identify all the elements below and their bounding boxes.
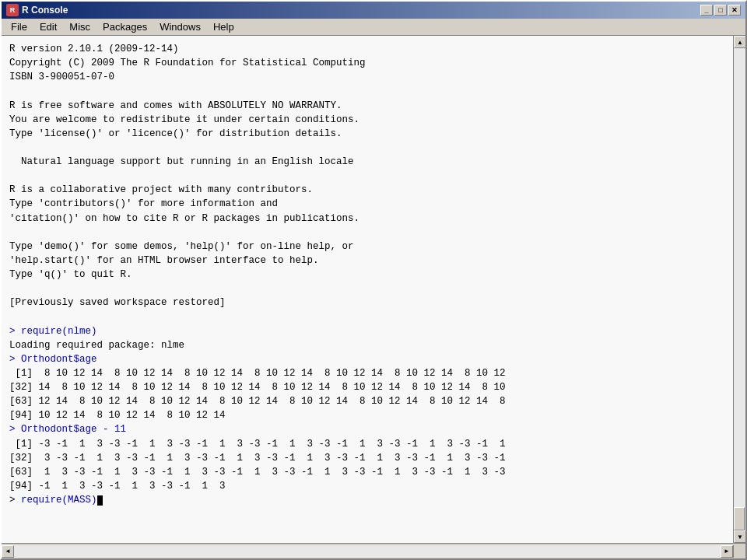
vertical-scrollbar: ▲ ▼ <box>733 36 745 543</box>
data-sub4: [94] -1 1 3 -3 -1 1 3 -3 -1 1 3 <box>9 481 226 492</box>
console-line11: R is a collaborative project with many c… <box>9 184 313 195</box>
menu-bar: File Edit Misc Packages Windows Help <box>2 19 745 36</box>
scroll-thumb-v[interactable] <box>734 507 745 530</box>
window-title: R Console <box>22 5 68 16</box>
data-age3: [63] 12 14 8 10 12 14 8 10 12 14 8 10 12… <box>9 396 506 407</box>
console-line7: Type 'license()' or 'licence()' for dist… <box>9 128 342 139</box>
maximize-button[interactable]: □ <box>714 5 727 16</box>
console-line9: Natural language support but running in … <box>9 156 354 167</box>
scroll-track-v[interactable] <box>734 48 745 530</box>
console-line5: R is free software and comes with ABSOLU… <box>9 100 342 111</box>
resize-corner <box>733 545 745 558</box>
console-line6: You are welcome to redistribute it under… <box>9 114 359 125</box>
prompt1: > require(nlme) <box>9 326 97 337</box>
console-line13: 'citation()' on how to cite R or R packa… <box>9 213 359 224</box>
status-bar: ◄ ► <box>2 543 745 558</box>
close-button[interactable]: ✕ <box>728 5 741 16</box>
scroll-down-button[interactable]: ▼ <box>734 530 745 543</box>
prompt4-prefix: > <box>9 495 21 506</box>
console-line15: Type 'demo()' for some demos, 'help()' f… <box>9 241 354 252</box>
scroll-left-button[interactable]: ◄ <box>2 545 14 558</box>
data-sub3: [63] 1 3 -3 -1 1 3 -3 -1 1 3 -3 -1 1 3 -… <box>9 467 506 478</box>
data-sub2: [32] 3 -3 -1 1 3 -3 -1 1 3 -3 -1 1 3 -3 … <box>9 453 506 464</box>
title-bar: R R Console _ □ ✕ <box>2 2 745 19</box>
horizontal-scrollbar: ◄ ► <box>2 545 733 558</box>
console-line17: Type 'q()' to quit R. <box>9 269 132 280</box>
console-line12: Type 'contributors()' for more informati… <box>9 198 278 209</box>
scroll-track-h[interactable] <box>14 545 721 558</box>
menu-packages[interactable]: Packages <box>96 19 153 34</box>
main-window: R R Console _ □ ✕ File Edit Misc Package… <box>0 0 747 560</box>
app-icon: R <box>6 4 19 16</box>
prompt4-cmd: require(MASS) <box>21 495 97 506</box>
menu-windows[interactable]: Windows <box>153 19 207 34</box>
menu-misc[interactable]: Misc <box>63 19 96 34</box>
data-age1: [1] 8 10 12 14 8 10 12 14 8 10 12 14 8 1… <box>9 368 506 379</box>
title-buttons: _ □ ✕ <box>700 5 741 16</box>
console-area[interactable]: R version 2.10.1 (2009-12-14) Copyright … <box>2 36 733 543</box>
scroll-right-button[interactable]: ► <box>721 545 733 558</box>
prompt2: > Orthodont$age <box>9 354 97 365</box>
cursor <box>97 495 103 506</box>
console-line19: [Previously saved workspace restored] <box>9 297 226 308</box>
content-wrapper: R version 2.10.1 (2009-12-14) Copyright … <box>2 36 745 543</box>
data-age4: [94] 10 12 14 8 10 12 14 8 10 12 14 <box>9 410 226 421</box>
scroll-up-button[interactable]: ▲ <box>734 36 745 48</box>
output1: Loading required package: nlme <box>9 340 184 351</box>
menu-file[interactable]: File <box>5 19 33 34</box>
menu-help[interactable]: Help <box>207 19 240 34</box>
console-line3: ISBN 3-900051-07-0 <box>9 72 114 82</box>
minimize-button[interactable]: _ <box>700 5 713 16</box>
console-line2: Copyright (C) 2009 The R Foundation for … <box>9 58 366 68</box>
console-line1: R version 2.10.1 (2009-12-14) <box>9 44 179 54</box>
data-sub1: [1] -3 -1 1 3 -3 -1 1 3 -3 -1 1 3 -3 -1 … <box>9 439 506 450</box>
data-age2: [32] 14 8 10 12 14 8 10 12 14 8 10 12 14… <box>9 382 506 393</box>
menu-edit[interactable]: Edit <box>33 19 63 34</box>
console-line16: 'help.start()' for an HTML browser inter… <box>9 255 319 266</box>
title-bar-left: R R Console <box>6 4 68 16</box>
prompt3: > Orthodont$age - 11 <box>9 424 126 435</box>
